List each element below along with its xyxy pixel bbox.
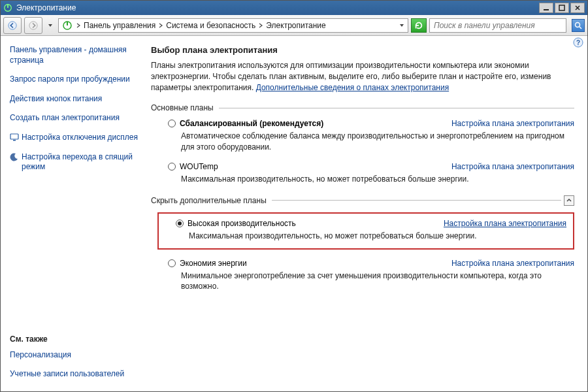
main-content: ? Выбор плана электропитания Планы элект… (151, 36, 587, 391)
breadcrumb-dropdown[interactable] (399, 22, 405, 29)
close-button[interactable] (570, 3, 585, 13)
window: Электропитание Панель управления Система… (0, 0, 588, 392)
minimize-button[interactable] (539, 3, 553, 13)
plan-name: Экономия энергии (180, 259, 247, 268)
breadcrumb-item[interactable]: Система и безопасность (166, 21, 255, 30)
highlighted-plan-box: Высокая производительность Настройка пла… (157, 212, 574, 250)
intro-more-link[interactable]: Дополнительные сведения о планах электро… (256, 83, 449, 92)
plan-description: Максимальная производительность, но може… (189, 231, 566, 242)
collapse-button[interactable] (564, 195, 574, 206)
plan-radio-balanced[interactable]: Сбалансированный (рекомендуется) (168, 119, 323, 128)
power-small-icon (61, 20, 73, 31)
back-button[interactable] (3, 17, 22, 34)
chevron-right-icon (158, 21, 163, 30)
plan-description: Автоматическое соблюдение баланса между … (181, 131, 574, 153)
plan-radio-woutemp[interactable]: WOUTemp (168, 162, 218, 171)
forward-button[interactable] (24, 17, 42, 34)
title-left: Электропитание (3, 3, 76, 12)
plan-settings-link[interactable]: Настройка плана электропитания (444, 219, 566, 228)
plan-name: Сбалансированный (рекомендуется) (180, 119, 323, 128)
plan-item: Высокая производительность Настройка пла… (176, 219, 566, 242)
refresh-button[interactable] (411, 18, 427, 33)
radio-icon (168, 163, 176, 171)
window-title: Электропитание (16, 3, 76, 12)
sidebar-link-password[interactable]: Запрос пароля при пробуждении (10, 74, 142, 85)
plan-description: Минимальное энергопотребление за счет ум… (181, 270, 574, 293)
group-basic-plans: Основные планы (151, 103, 574, 112)
sidebar-link-accounts[interactable]: Учетные записи пользователей (10, 369, 142, 380)
intro-text: Планы электропитания используются для оп… (151, 60, 574, 93)
plan-item: WOUTemp Настройка плана электропитания М… (168, 162, 574, 185)
page-title: Выбор плана электропитания (151, 45, 574, 55)
sidebar-link-personalization[interactable]: Персонализация (10, 350, 142, 361)
plan-settings-link[interactable]: Настройка плана электропитания (451, 259, 574, 268)
plan-settings-link[interactable]: Настройка плана электропитания (451, 162, 574, 171)
svg-text:?: ? (576, 39, 580, 46)
svg-rect-9 (10, 134, 18, 139)
svg-rect-7 (67, 22, 68, 25)
content-body: Панель управления - домашняя страница За… (1, 36, 587, 391)
svg-point-5 (29, 21, 37, 29)
sidebar-link-sleep[interactable]: Настройка перехода в спящий режим (10, 152, 142, 172)
svg-point-4 (8, 21, 16, 29)
maximize-button[interactable] (555, 3, 569, 13)
toolbar: Панель управления Система и безопасность… (1, 15, 587, 36)
svg-rect-1 (7, 5, 8, 8)
sidebar-link-display-off[interactable]: Настройка отключения дисплея (10, 133, 142, 143)
search-box (429, 18, 566, 33)
radio-icon (176, 220, 184, 227)
divider (219, 108, 574, 108)
svg-rect-2 (544, 9, 549, 10)
search-go-button[interactable] (572, 19, 585, 32)
plan-radio-high-performance[interactable]: Высокая производительность (176, 219, 296, 228)
plan-item: Сбалансированный (рекомендуется) Настрой… (168, 119, 574, 153)
chevron-right-icon (258, 21, 263, 30)
svg-rect-10 (13, 140, 16, 141)
svg-rect-3 (559, 5, 564, 10)
plan-settings-link[interactable]: Настройка плана электропитания (451, 119, 574, 128)
sidebar-link-home[interactable]: Панель управления - домашняя страница (10, 45, 142, 65)
sidebar-link-create-plan[interactable]: Создать план электропитания (10, 113, 142, 123)
plan-radio-energy-saver[interactable]: Экономия энергии (168, 259, 247, 268)
sidebar: Панель управления - домашняя страница За… (1, 36, 151, 391)
power-icon (3, 3, 12, 12)
chevron-right-icon (76, 21, 81, 30)
divider (272, 200, 561, 201)
breadcrumb-item[interactable]: Панель управления (84, 21, 155, 30)
address-bar[interactable]: Панель управления Система и безопасность… (58, 18, 408, 33)
svg-point-8 (576, 22, 580, 27)
moon-icon (10, 152, 19, 161)
radio-icon (168, 259, 176, 267)
sidebar-link-buttons[interactable]: Действия кнопок питания (10, 94, 142, 105)
sidebar-footer-heading: См. также (10, 335, 142, 344)
plan-name: Высокая производительность (188, 219, 296, 228)
help-icon[interactable]: ? (573, 37, 583, 48)
window-controls (539, 3, 585, 13)
titlebar: Электропитание (1, 1, 587, 15)
plan-item: Экономия энергии Настройка плана электро… (168, 259, 574, 293)
breadcrumb-item[interactable]: Электропитание (266, 21, 325, 30)
radio-icon (168, 120, 176, 127)
monitor-icon (10, 133, 19, 142)
plan-name: WOUTemp (180, 162, 218, 171)
plan-description: Максимальная производительность, но може… (181, 174, 574, 185)
nav-history-dropdown[interactable] (45, 17, 56, 34)
sidebar-footer: См. также Персонализация Учетные записи … (10, 335, 142, 382)
group-additional-plans: Скрыть дополнительные планы (151, 195, 574, 206)
search-input[interactable] (433, 20, 550, 31)
